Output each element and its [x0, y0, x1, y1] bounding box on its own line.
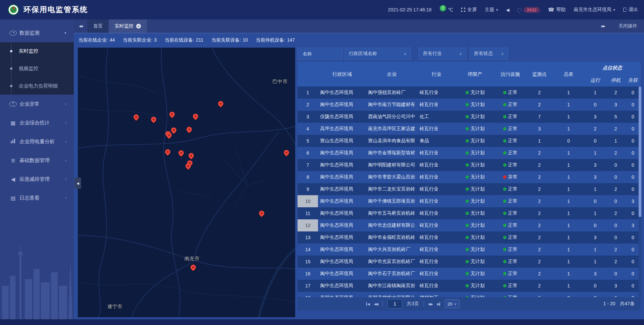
industry-filter-select[interactable]: 所有行业 ∨ [419, 48, 466, 60]
row-index: 6 [298, 147, 318, 159]
record-total-label: 共47条 [620, 301, 635, 307]
cell-stop-status: 无计划 [455, 243, 495, 256]
stat-offline-companies: 当前失联企业:3 [123, 37, 157, 43]
table-row[interactable]: 10 阆中生态环境局 阆中千佛镇五郎垭页岩 砖瓦行业 无计划 正常 2 [298, 195, 641, 207]
theme-menu[interactable]: 主题▾ [485, 7, 498, 13]
cell-stop-status: 无计划 [455, 87, 495, 99]
logout-button[interactable]: → 退出 [623, 7, 638, 13]
cell-industry: 砖瓦行业 [418, 207, 455, 219]
status-filter-select[interactable]: 所有状态 ∨ [470, 48, 508, 60]
tab-realtime-monitor[interactable]: 实时监控 × [109, 19, 147, 33]
table-row[interactable]: 4 高坪生态环境局 南充市高坪区王家店建 砖瓦行业 无计划 正常 3 [298, 123, 641, 135]
total-pages-label: 共3页 [407, 301, 419, 307]
table-row[interactable]: 3 仪陇生态环境局 西南油气田分公司川中 化工 无计划 正常 7 [298, 111, 641, 123]
scrollbar-thumb[interactable] [639, 87, 641, 217]
status-dot-icon [503, 200, 506, 203]
table-row[interactable]: 6 阆中生态环境局 阆中市金博瑞新型墙材 砖瓦行业 无计划 正常 2 [298, 147, 641, 159]
tab-bar: ◀◀ 首页 实时监控 × ▶▶ 关闭操作 [74, 19, 644, 33]
sidebar-item-log-view[interactable]: ▤ 日志查看 ‹ [0, 188, 74, 207]
table-row[interactable]: 8 阆中生态环境局 阆中市枣碧大梁山页岩 砖瓦行业 无计划 异常 2 [298, 171, 641, 183]
chevron-down-icon: ∨ [404, 52, 407, 56]
cell-industry: 砖瓦行业 [418, 87, 455, 99]
cell-company: 阆中大兴页岩机砖厂 [366, 243, 418, 256]
cell-total-meter: 1 [553, 159, 584, 171]
cell-company: 南充市高坪区王家店建 [366, 123, 418, 135]
map-collapse-handle[interactable]: ◀ [74, 177, 81, 189]
name-input[interactable] [302, 51, 338, 57]
region-filter-select[interactable]: 行政区域名称 ∨ [344, 48, 411, 60]
previous-page-button[interactable]: ◀◀ [374, 302, 378, 306]
help-button[interactable]: ☎ 帮助 [548, 7, 566, 13]
speaker-icon: ◀ [506, 7, 509, 12]
cell-facility-status: 正常 [495, 183, 526, 195]
cell-stop-status: 无计划 [455, 280, 495, 292]
sidebar-item-emergency-reduction[interactable]: ◀ 应急减排管理 ‹ [0, 170, 74, 188]
cell-total-meter: 1 [553, 268, 584, 280]
row-index: 3 [298, 111, 318, 123]
sidebar-item-power-load-detail[interactable]: 企业电力负荷明细 [0, 77, 74, 95]
status-dot-icon [503, 175, 506, 179]
sidebar-item-power-usage-analysis[interactable]: 企业用电量分析 ‹ [0, 132, 74, 151]
cell-total-meter: 1 [553, 111, 584, 123]
table-row[interactable]: 15 阆中生态环境局 阆中市光富页岩机砖厂 砖瓦行业 无计划 正常 2 [298, 256, 641, 268]
table-row[interactable]: 18 南部生态环境局 南部县斌华水泥有限公 建材加工 无计划 正常 6 [298, 292, 641, 297]
row-index: 2 [298, 99, 318, 111]
cell-stop-status: 无计划 [455, 171, 495, 183]
tabs-scroll-left-button[interactable]: ◀◀ [74, 19, 87, 33]
cell-running: 3 [584, 268, 606, 280]
filter-bar: 行政区域名称 ∨ 所有行业 ∨ 所有状态 ∨ [298, 48, 641, 60]
tab-home[interactable]: 首页 [87, 19, 109, 33]
last-page-button[interactable]: ▶ [437, 302, 440, 306]
table-row[interactable]: 12 阆中生态环境局 阆中市忠信建材有限公 砖瓦行业 无计划 正常 2 [298, 219, 641, 231]
cell-running: 1 [584, 183, 606, 195]
table-row[interactable]: 9 阆中生态环境局 阆中市二龙长宝页岩砖 砖瓦行业 无计划 正常 2 [298, 183, 641, 195]
table-row[interactable]: 16 阆中生态环境局 阆中市石子页岩机砖厂 砖瓦行业 无计划 正常 2 [298, 268, 641, 280]
sidebar: ◔ 数据监测 ▾ 实时监控 视频监控 企业电力负荷明细 ! 企业异常 ‹ ▦ [0, 19, 74, 319]
sidebar-item-realtime-monitor[interactable]: 实时监控 [0, 42, 74, 60]
exit-icon: → [623, 8, 627, 12]
sidebar-item-enterprise-statistics[interactable]: ▦ 企业综合统计 ‹ [0, 113, 74, 132]
app-logo-icon [8, 4, 19, 15]
table-row[interactable]: 2 阆中生态环境局 阆中市南方节能建材有 砖瓦行业 无计划 正常 2 [298, 99, 641, 111]
cell-stop-status: 无计划 [455, 183, 495, 195]
cell-lost: 0 [625, 256, 641, 268]
sidebar-item-enterprise-abnormal[interactable]: ! 企业异常 ‹ [0, 95, 74, 113]
next-page-button[interactable]: ▶▶ [429, 302, 432, 306]
table-row[interactable]: 11 阆中生态环境局 阆中市五马桥页岩机砖 砖瓦行业 无计划 正常 2 [298, 207, 641, 219]
map-panel[interactable]: 巴中市南充市遂宁市 [78, 48, 295, 317]
notifications[interactable]: 2632 [518, 7, 540, 13]
sidebar-item-video-monitor[interactable]: 视频监控 [0, 60, 74, 77]
speaker-button[interactable]: ◀ [506, 7, 509, 12]
status-dot-icon [503, 248, 506, 251]
table-row[interactable]: 13 阆中生态环境局 阆中市金福旺页岩机砖 砖瓦行业 无计划 正常 2 [298, 231, 641, 243]
name-filter-input[interactable] [298, 48, 343, 60]
page-number-input[interactable] [387, 299, 402, 309]
status-dot-icon [466, 212, 469, 215]
cell-facility-status: 异常 [495, 171, 526, 183]
cell-lost: 0 [625, 243, 641, 256]
cell-stopped: 0 [606, 195, 625, 207]
page-size-select[interactable]: 20 ∨ [445, 300, 460, 308]
table-row[interactable]: 5 营山生态环境局 营山县润丰肉食品有限 食品 无计划 正常 1 [298, 135, 641, 147]
status-dot-icon [466, 187, 469, 191]
cell-region: 阆中生态环境局 [318, 147, 366, 159]
table-row[interactable]: 7 阆中生态环境局 阆中明阳建材有限公司 砖瓦行业 无计划 正常 2 [298, 159, 641, 171]
sidebar-item-base-data[interactable]: ≣ 基础数据管理 ‹ [0, 151, 74, 170]
cell-company: 阆中明阳建材有限公司 [366, 159, 418, 171]
cell-facility-status: 正常 [495, 87, 526, 99]
cell-stopped: 2 [606, 123, 625, 135]
cell-lost: 0 [625, 87, 641, 99]
status-dot-icon [503, 284, 506, 287]
status-dot-icon [503, 127, 506, 130]
org-menu[interactable]: 南充市生态环境局▾ [574, 7, 615, 13]
fullscreen-button[interactable]: 全屏 [461, 7, 477, 13]
table-row[interactable]: 17 阆中生态环境局 阆中市江南镇阆南页岩 砖瓦行业 无计划 正常 2 [298, 280, 641, 292]
table-row[interactable]: 14 阆中生态环境局 阆中大兴页岩机砖厂 砖瓦行业 无计划 正常 2 [298, 243, 641, 256]
close-operations-menu[interactable]: 关闭操作 [619, 23, 637, 29]
sidebar-item-data-monitoring[interactable]: ◔ 数据监测 ▾ [0, 23, 74, 42]
tab-close-icon[interactable]: × [136, 24, 141, 29]
first-page-button[interactable]: ◀ [366, 302, 369, 306]
table-row[interactable]: 1 阆中生态环境局 阆中强锐页岩砖厂 砖瓦行业 无计划 正常 2 [298, 87, 641, 99]
tabs-scroll-right-button[interactable]: ▶▶ [596, 24, 610, 28]
cell-lost: 0 [625, 159, 641, 171]
